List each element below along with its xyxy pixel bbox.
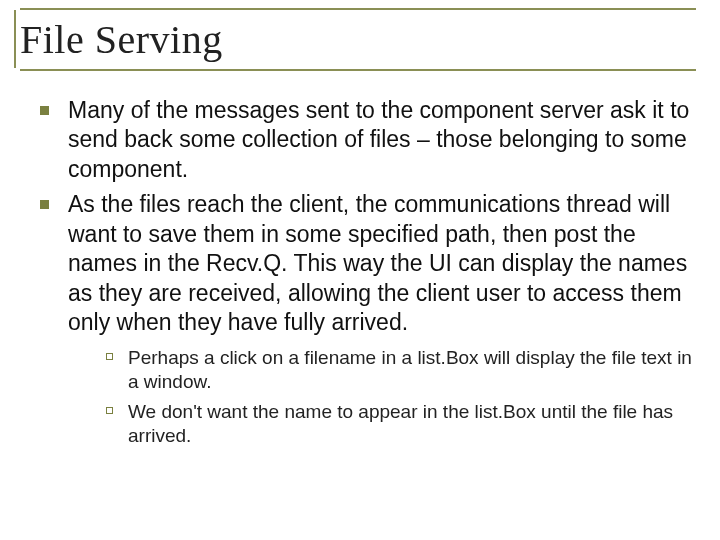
slide-body: Many of the messages sent to the compone… (34, 96, 692, 455)
slide: File Serving Many of the messages sent t… (0, 0, 720, 540)
sub-bullet-text: We don't want the name to appear in the … (128, 401, 673, 446)
list-item: We don't want the name to appear in the … (102, 400, 692, 449)
list-item: Perhaps a click on a filename in a list.… (102, 346, 692, 395)
sub-bullet-list: Perhaps a click on a filename in a list.… (68, 346, 692, 449)
bullet-list: Many of the messages sent to the compone… (34, 96, 692, 449)
list-item: As the files reach the client, the commu… (34, 190, 692, 448)
sub-bullet-text: Perhaps a click on a filename in a list.… (128, 347, 692, 392)
title-block: File Serving (14, 8, 696, 71)
bullet-text: As the files reach the client, the commu… (68, 191, 687, 335)
title-rule-bottom (20, 69, 696, 71)
slide-title: File Serving (14, 14, 696, 69)
bullet-text: Many of the messages sent to the compone… (68, 97, 689, 182)
list-item: Many of the messages sent to the compone… (34, 96, 692, 184)
